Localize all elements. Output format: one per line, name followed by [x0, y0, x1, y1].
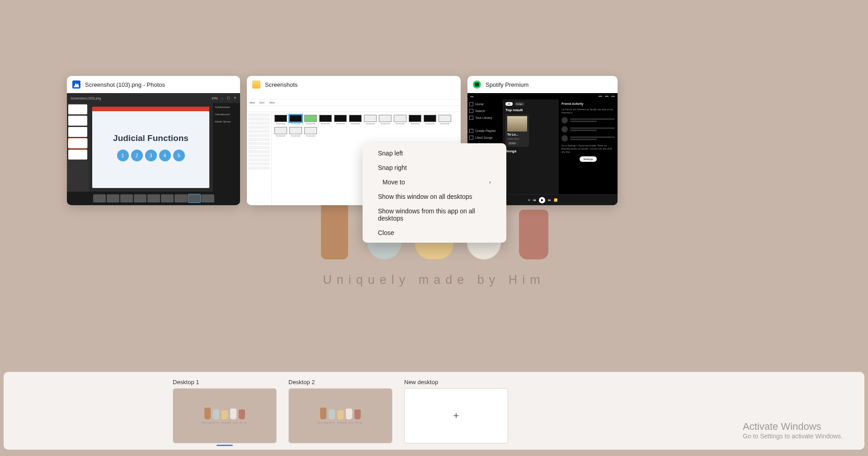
- activate-title: Activate Windows: [743, 421, 843, 432]
- spotify-icon: [473, 80, 481, 89]
- desktop-label: New desktop: [404, 379, 508, 385]
- menu-move-to[interactable]: Move to›: [363, 175, 506, 189]
- task-view-windows: Screenshot (103).png - Photos Screenshot…: [67, 76, 618, 205]
- next-icon: ⏭: [548, 198, 551, 202]
- spotify-friend-activity: Friend Activity Let friends and follower…: [559, 99, 618, 194]
- desktop-label: Desktop 2: [288, 379, 392, 385]
- photos-app-icon: [72, 80, 80, 89]
- desktop-label: Desktop 1: [173, 379, 277, 385]
- activate-windows-watermark: Activate Windows Go to Settings to activ…: [743, 421, 843, 440]
- minimize-icon: –: [222, 97, 223, 100]
- chevron-right-icon: ›: [489, 179, 491, 185]
- wallpaper-caption: Uniquely made by Him: [323, 273, 545, 287]
- tile-title: Spotify Premium: [486, 81, 528, 88]
- explorer-nav: [247, 112, 272, 205]
- desktop-thumbnail[interactable]: Uniquely made by Him: [173, 388, 277, 443]
- top-result-heading: Top result: [505, 108, 556, 112]
- slide-title: Judicial Functions: [113, 133, 189, 143]
- shuffle-icon: ⤨: [528, 198, 530, 202]
- tile-title: Screenshots: [265, 81, 297, 88]
- window-context-menu: Snap left Snap right Move to› Show this …: [363, 143, 506, 243]
- maximize-icon: ▢: [227, 96, 230, 100]
- photos-filmstrip: [67, 192, 240, 205]
- close-icon: ✕: [234, 96, 236, 100]
- spotify-content: AllSongs Top result To Lo... Céline Dion…: [503, 99, 559, 194]
- menu-snap-left[interactable]: Snap left: [363, 146, 506, 160]
- menu-close[interactable]: Close: [363, 226, 506, 240]
- photos-preview: Screenshot (103).png 49% – ▢ ✕ Judicial …: [67, 93, 240, 205]
- tile-header: Spotify Premium: [467, 76, 618, 93]
- desktop-thumbnail[interactable]: Uniquely made by Him: [288, 388, 392, 443]
- plus-icon: +: [453, 410, 459, 422]
- folder-icon: [252, 80, 260, 89]
- powerpoint-thumbnails: [67, 103, 89, 192]
- photos-filename: Screenshot (103).png: [71, 97, 101, 100]
- activate-subtitle: Go to Settings to activate Windows.: [743, 432, 843, 440]
- spotify-settings-button: Settings: [580, 156, 597, 162]
- powerpoint-speakers-panel: Oyinkansola Oluwabunmi Adufe Ojomo: [213, 103, 240, 192]
- tile-header: Screenshot (103).png - Photos: [67, 76, 240, 93]
- new-desktop[interactable]: New desktop +: [404, 379, 508, 443]
- play-icon: [539, 197, 545, 203]
- prev-icon: ⏮: [533, 198, 536, 202]
- window-tile-photos[interactable]: Screenshot (103).png - Photos Screenshot…: [67, 76, 240, 205]
- spotify-result-card: To Lo... Céline Dion SONG: [505, 114, 529, 147]
- photos-zoom: 49%: [212, 97, 218, 100]
- tile-header: Screenshots: [247, 76, 461, 93]
- repeat-icon: 🔁: [554, 198, 558, 202]
- menu-show-window-all[interactable]: Show this window on all desktops: [363, 189, 506, 204]
- menu-snap-right[interactable]: Snap right: [363, 160, 506, 175]
- tile-title: Screenshot (103).png - Photos: [85, 81, 165, 88]
- new-desktop-button[interactable]: +: [404, 388, 508, 443]
- virtual-desktops-strip: Desktop 1 Uniquely made by Him Desktop 2…: [4, 372, 864, 450]
- desktop-2[interactable]: Desktop 2 Uniquely made by Him: [288, 379, 392, 443]
- menu-show-app-all[interactable]: Show windows from this app on all deskto…: [363, 204, 506, 226]
- desktop-1[interactable]: Desktop 1 Uniquely made by Him: [173, 379, 277, 443]
- powerpoint-slide: Judicial Functions 12345: [92, 107, 209, 188]
